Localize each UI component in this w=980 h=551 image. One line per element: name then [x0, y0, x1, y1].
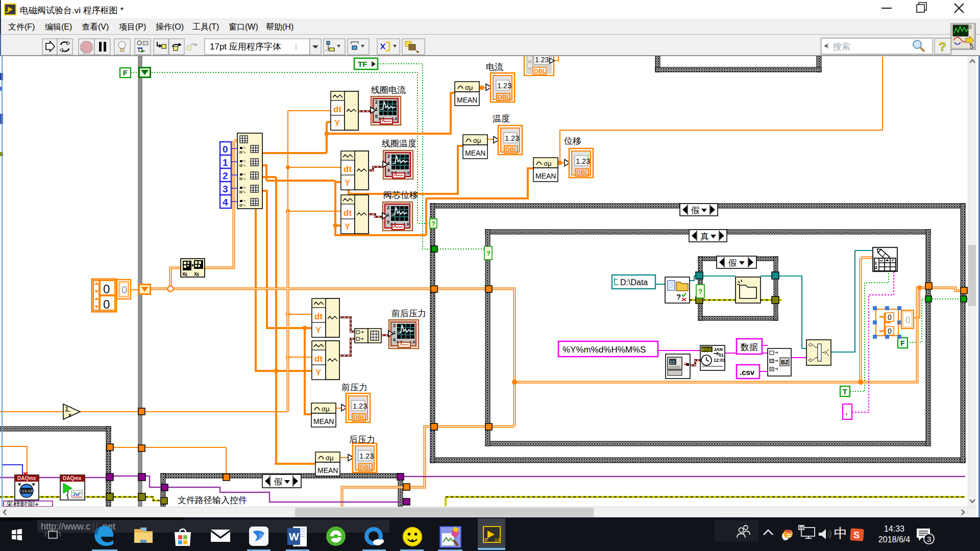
- svg-text:线圈温度: 线圈温度: [382, 139, 416, 148]
- svg-text:0: 0: [103, 282, 110, 296]
- svg-text:xⱼᵢ: xⱼᵢ: [194, 270, 199, 277]
- svg-text:%Y%m%d%H%M%S: %Y%m%d%H%M%S: [562, 345, 646, 355]
- svg-text:0: 0: [103, 297, 110, 311]
- svg-text:?: ?: [939, 40, 946, 54]
- svg-text:假: 假: [691, 206, 700, 215]
- svg-text:0: 0: [888, 313, 892, 321]
- svg-text:x: x: [68, 412, 71, 418]
- svg-text:DAQmx: DAQmx: [17, 475, 36, 481]
- svg-text:假: 假: [728, 258, 737, 268]
- svg-text:1.23: 1.23: [535, 56, 549, 64]
- svg-text:4: 4: [223, 197, 228, 208]
- svg-text:ΒΖ: ΒΖ: [781, 359, 789, 365]
- svg-text:0: 0: [905, 316, 910, 324]
- svg-text:17pt 应用程序字体: 17pt 应用程序字体: [210, 42, 281, 52]
- svg-text:14: 14: [495, 537, 500, 542]
- svg-text:线圈电流: 线圈电流: [371, 85, 406, 95]
- svg-text:TF: TF: [358, 60, 367, 68]
- svg-text:,: ,: [845, 407, 847, 416]
- svg-text:0: 0: [888, 327, 892, 335]
- svg-text:1: 1: [223, 157, 228, 168]
- svg-text:F: F: [900, 339, 905, 347]
- svg-text:数据: 数据: [740, 342, 758, 352]
- svg-text:真: 真: [700, 232, 709, 241]
- svg-text:阀芯位移: 阀芯位移: [383, 190, 418, 200]
- svg-text:?: ?: [698, 288, 702, 295]
- svg-text:0: 0: [121, 284, 127, 295]
- svg-text:3: 3: [927, 535, 931, 543]
- svg-text:中: 中: [834, 525, 847, 541]
- svg-text:DAQmx: DAQmx: [63, 475, 82, 481]
- svg-text:?: ?: [486, 249, 491, 257]
- svg-text:http://www.c: http://www.c: [41, 521, 90, 532]
- svg-text:温度: 温度: [493, 114, 510, 123]
- svg-text:前后压力: 前后压力: [391, 309, 426, 318]
- svg-text:01: 01: [719, 353, 724, 358]
- svg-text:D:\Data: D:\Data: [620, 278, 648, 287]
- svg-text:前压力: 前压力: [341, 383, 368, 392]
- svg-text:JAN: JAN: [714, 347, 723, 352]
- svg-text:0: 0: [223, 144, 228, 155]
- svg-text:2: 2: [223, 170, 228, 181]
- svg-text:?: ?: [676, 292, 681, 301]
- svg-text:电流: 电流: [486, 62, 503, 72]
- svg-text:采样时间+: 采样时间+: [6, 500, 39, 507]
- svg-text:12: 12: [670, 360, 675, 365]
- svg-text:8%3: 8%3: [702, 347, 711, 352]
- svg-text:?: ?: [431, 220, 435, 228]
- svg-text:假: 假: [274, 477, 283, 487]
- svg-text:xᵢⱼ: xᵢⱼ: [182, 270, 187, 277]
- svg-text:位移: 位移: [564, 136, 581, 146]
- svg-text:后压力: 后压力: [349, 435, 375, 444]
- svg-text:1: 1: [65, 406, 68, 412]
- svg-text:13:10: 13:10: [22, 489, 33, 493]
- svg-text:.csv: .csv: [740, 368, 755, 377]
- svg-text:文件路径输入控件: 文件路径输入控件: [178, 495, 247, 505]
- svg-text:5: 5: [970, 42, 973, 50]
- svg-text:12:01: 12:01: [714, 358, 725, 363]
- svg-text:搜索: 搜索: [833, 42, 850, 52]
- svg-text:DBL: DBL: [534, 68, 547, 75]
- svg-text:3: 3: [223, 184, 228, 194]
- svg-text:S: S: [853, 530, 860, 540]
- svg-text:F: F: [123, 69, 128, 77]
- svg-text:{: {: [66, 490, 69, 499]
- svg-text:W: W: [289, 531, 299, 542]
- svg-text:T: T: [843, 388, 847, 396]
